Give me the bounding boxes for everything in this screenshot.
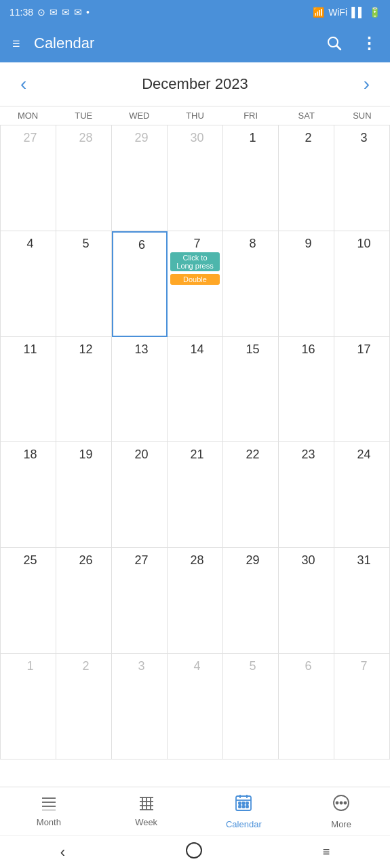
- day-number: 4: [168, 659, 222, 673]
- status-left: 11:38 ⊙ ✉ ✉ ✉ •: [9, 7, 90, 18]
- status-bar: 11:38 ⊙ ✉ ✉ ✉ • 📶 WiFi ▌▌ 🔋: [0, 0, 390, 24]
- cal-cell-other-3-w5[interactable]: 3: [112, 654, 168, 760]
- day-number: 14: [168, 342, 222, 357]
- cal-cell-other-4-w5[interactable]: 4: [168, 654, 223, 760]
- cal-cell-19-w3[interactable]: 19: [56, 442, 112, 548]
- day-number: 30: [279, 553, 334, 568]
- day-number: 16: [279, 342, 334, 357]
- system-nav: ‹ ≡: [0, 835, 390, 868]
- svg-rect-22: [246, 806, 248, 808]
- menu-button[interactable]: ☰: [9, 36, 23, 52]
- time-display: 11:38: [9, 7, 33, 18]
- cal-cell-other-2-w5[interactable]: 2: [56, 654, 112, 760]
- svg-point-25: [340, 802, 343, 804]
- cal-cell-23-w3[interactable]: 23: [279, 442, 334, 548]
- signal-icon: 📶: [313, 7, 324, 18]
- nav-item-week[interactable]: Week: [98, 787, 195, 835]
- cal-cell-20-w3[interactable]: 20: [112, 442, 168, 548]
- cal-cell-31-w4[interactable]: 31: [334, 548, 390, 654]
- wifi-icon: WiFi: [328, 7, 347, 18]
- cal-cell-9-w1[interactable]: 9: [279, 231, 334, 337]
- cal-cell-18-w3[interactable]: 18: [1, 442, 56, 548]
- more-options-button[interactable]: ⋮: [358, 31, 381, 56]
- cal-cell-11-w2[interactable]: 11: [1, 337, 56, 443]
- chevron-right-icon: ›: [364, 73, 370, 94]
- cal-cell-1-w0[interactable]: 1: [223, 125, 279, 231]
- day-number: 25: [1, 553, 56, 568]
- cal-cell-5-w1[interactable]: 5: [56, 231, 112, 337]
- day-header-tue: TUE: [56, 106, 111, 125]
- cal-cell-other-6-w5[interactable]: 6: [279, 654, 334, 760]
- search-button[interactable]: [323, 32, 345, 56]
- svg-rect-17: [239, 802, 241, 804]
- cal-cell-14-w2[interactable]: 14: [168, 337, 223, 443]
- cal-cell-25-w4[interactable]: 25: [1, 548, 56, 654]
- day-number: 12: [56, 342, 111, 357]
- cal-cell-other-7-w5[interactable]: 7: [334, 654, 390, 760]
- event-chip[interactable]: Click to Long press: [170, 252, 220, 271]
- day-number: 30: [168, 131, 222, 145]
- alert-icon: ⊙: [37, 7, 45, 18]
- day-header-thu: THU: [167, 106, 222, 125]
- day-number: 28: [168, 553, 222, 568]
- back-button[interactable]: ‹: [47, 840, 79, 865]
- cal-cell-2-w0[interactable]: 2: [279, 125, 334, 231]
- cal-cell-27-w4[interactable]: 27: [112, 548, 168, 654]
- cal-cell-8-w1[interactable]: 8: [223, 231, 279, 337]
- next-month-button[interactable]: ›: [357, 69, 376, 99]
- cal-cell-3-w0[interactable]: 3: [334, 125, 390, 231]
- cal-cell-7-w1[interactable]: 7Click to Long pressDouble: [168, 231, 223, 337]
- cal-cell-12-w2[interactable]: 12: [56, 337, 112, 443]
- day-header-fri: FRI: [223, 106, 279, 125]
- cal-cell-22-w3[interactable]: 22: [223, 442, 279, 548]
- nav-item-more[interactable]: More: [292, 787, 390, 835]
- cal-cell-29-w4[interactable]: 29: [223, 548, 279, 654]
- cal-cell-6-w1[interactable]: 6: [112, 231, 168, 337]
- nav-item-month[interactable]: Month: [0, 787, 98, 835]
- cal-cell-10-w1[interactable]: 10: [334, 231, 390, 337]
- cal-cell-other-1-w5[interactable]: 1: [1, 654, 56, 760]
- svg-rect-19: [246, 802, 248, 804]
- day-number: 11: [1, 342, 56, 357]
- cal-cell-17-w2[interactable]: 17: [334, 337, 390, 443]
- nav-item-label-more: More: [331, 819, 351, 829]
- cal-cell-4-w1[interactable]: 4: [1, 231, 56, 337]
- day-headers: MONTUEWEDTHUFRISATSUN: [0, 106, 390, 125]
- status-right: 📶 WiFi ▌▌ 🔋: [313, 7, 381, 18]
- cal-cell-30-w4[interactable]: 30: [279, 548, 334, 654]
- day-number: 17: [334, 342, 389, 357]
- event-chip[interactable]: Double: [170, 274, 220, 285]
- day-number: 22: [223, 448, 278, 462]
- home-button[interactable]: [172, 838, 216, 866]
- cal-cell-other-5-w5[interactable]: 5: [223, 654, 279, 760]
- day-header-mon: MON: [0, 106, 56, 125]
- day-number: 18: [1, 448, 56, 462]
- nav-item-calendar[interactable]: Calendar: [195, 787, 293, 835]
- cal-cell-other-27-w0[interactable]: 27: [1, 125, 56, 231]
- day-number: 29: [223, 553, 278, 568]
- day-number: 19: [56, 448, 111, 462]
- nav-item-label-week: Week: [135, 817, 157, 827]
- cal-cell-24-w3[interactable]: 24: [334, 442, 390, 548]
- cal-cell-15-w2[interactable]: 15: [223, 337, 279, 443]
- chevron-left-icon: ‹: [20, 73, 26, 94]
- cal-cell-21-w3[interactable]: 21: [168, 442, 223, 548]
- battery-icon: 🔋: [369, 7, 381, 18]
- cal-cell-16-w2[interactable]: 16: [279, 337, 334, 443]
- day-number: 5: [56, 237, 111, 251]
- recents-button[interactable]: ≡: [309, 841, 344, 863]
- day-number: 3: [334, 131, 389, 145]
- day-header-sun: SUN: [334, 106, 390, 125]
- prev-month-button[interactable]: ‹: [14, 69, 33, 99]
- day-number: 2: [56, 659, 111, 673]
- nav-item-label-month: Month: [37, 817, 61, 827]
- cal-cell-other-29-w0[interactable]: 29: [112, 125, 168, 231]
- cal-cell-13-w2[interactable]: 13: [112, 337, 168, 443]
- email-icon-1: ✉: [50, 7, 58, 18]
- cal-cell-26-w4[interactable]: 26: [56, 548, 112, 654]
- cal-cell-other-30-w0[interactable]: 30: [168, 125, 223, 231]
- day-number: 2: [279, 131, 334, 145]
- cal-cell-28-w4[interactable]: 28: [168, 548, 223, 654]
- cal-cell-other-28-w0[interactable]: 28: [56, 125, 112, 231]
- email-icon-2: ✉: [62, 7, 70, 18]
